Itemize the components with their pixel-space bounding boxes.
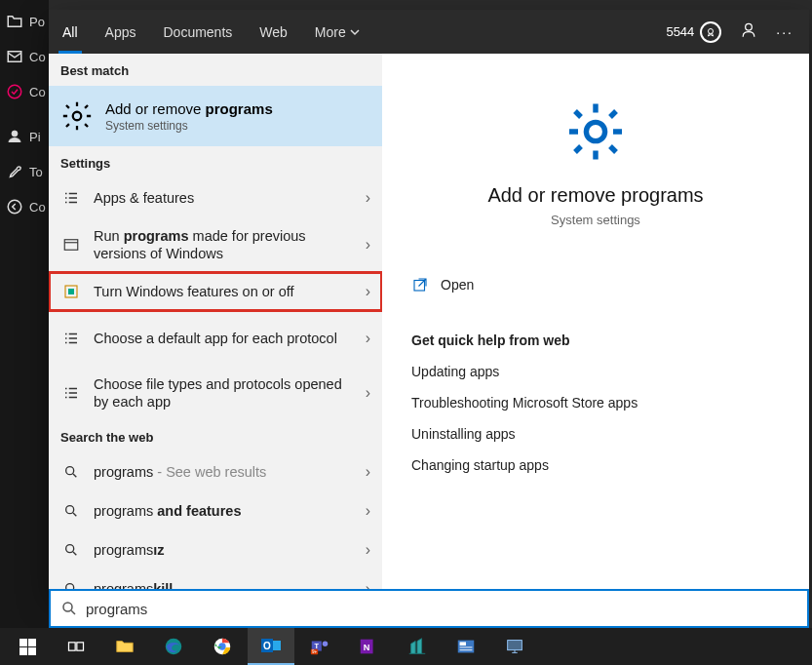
web-result[interactable]: programs - See web results ›: [49, 452, 382, 491]
rewards-badge[interactable]: 5544: [666, 21, 721, 43]
features-icon: [60, 283, 82, 300]
help-link[interactable]: Troubleshooting Microsoft Store apps: [411, 395, 780, 411]
gear-icon: [411, 97, 780, 167]
taskbar-app-news[interactable]: [443, 628, 489, 665]
svg-text:N: N: [364, 643, 370, 652]
settings-item-compatibility[interactable]: Run programs made for previous versions …: [49, 217, 382, 272]
strip-item[interactable]: Co: [0, 189, 49, 224]
strip-item[interactable]: Co: [0, 39, 49, 74]
chevron-right-icon: ›: [366, 463, 370, 481]
taskbar-edge[interactable]: [150, 628, 197, 665]
more-icon[interactable]: ···: [776, 24, 793, 40]
open-icon: [411, 276, 429, 293]
quick-help-title: Get quick help from web: [411, 332, 780, 348]
protocol-icon: [60, 384, 82, 402]
start-search-panel: All Apps Documents Web More 5544 ··· Bes…: [49, 10, 809, 595]
search-header: All Apps Documents Web More 5544 ···: [49, 10, 809, 54]
search-icon: [60, 503, 82, 519]
taskbar-outlook[interactable]: O: [248, 628, 294, 665]
chevron-right-icon: ›: [366, 330, 370, 347]
svg-point-10: [66, 467, 74, 475]
svg-rect-33: [460, 642, 466, 645]
svg-rect-17: [69, 643, 76, 650]
settings-item-windows-features[interactable]: Turn Windows features on or off ›: [49, 272, 382, 311]
svg-point-3: [8, 200, 21, 214]
detail-title: Add or remove programs: [411, 184, 780, 207]
svg-rect-24: [273, 641, 281, 650]
strip-item[interactable]: Co: [0, 74, 49, 109]
detail-subtitle: System settings: [411, 213, 780, 227]
section-search-web: Search the web: [49, 420, 382, 452]
tab-more[interactable]: More: [301, 10, 373, 54]
svg-rect-9: [68, 289, 74, 294]
svg-point-14: [586, 122, 604, 140]
chevron-right-icon: ›: [366, 236, 370, 254]
settings-item-file-types[interactable]: Choose file types and protocols opened b…: [49, 366, 382, 420]
list-icon: [60, 189, 82, 207]
search-box[interactable]: [49, 589, 809, 628]
svg-point-11: [66, 506, 74, 514]
svg-point-12: [66, 545, 74, 553]
taskbar-onenote[interactable]: N: [345, 628, 392, 665]
tab-documents[interactable]: Documents: [149, 10, 246, 54]
best-match-item[interactable]: Add or remove programs System settings: [49, 86, 382, 146]
svg-point-1: [8, 85, 21, 98]
strip-item[interactable]: To: [0, 154, 49, 189]
settings-item-default-protocol[interactable]: Choose a default app for each protocol ›: [49, 311, 382, 366]
svg-rect-7: [64, 240, 78, 251]
svg-point-5: [746, 23, 753, 30]
svg-point-6: [73, 112, 82, 121]
taskbar-app-display[interactable]: [491, 628, 538, 665]
svg-point-4: [709, 28, 714, 33]
results-column: Best match Add or remove programs System…: [49, 54, 382, 595]
svg-rect-34: [508, 641, 522, 650]
open-action[interactable]: Open: [411, 266, 780, 303]
svg-rect-18: [77, 643, 84, 650]
section-settings: Settings: [49, 146, 382, 178]
tab-web[interactable]: Web: [246, 10, 301, 54]
taskbar-app-building[interactable]: [394, 628, 441, 665]
detail-pane: Add or remove programs System settings O…: [382, 54, 809, 595]
search-icon: [60, 600, 78, 617]
search-input[interactable]: [86, 601, 797, 617]
strip-item[interactable]: Pi: [0, 119, 49, 154]
chevron-right-icon: ›: [366, 283, 370, 300]
svg-text:O: O: [263, 641, 271, 651]
taskbar-chrome[interactable]: [199, 628, 246, 665]
chevron-right-icon: ›: [366, 502, 370, 520]
best-match-subtitle: System settings: [105, 119, 273, 133]
app-left-strip: Po Co Co Pi To Co: [0, 0, 49, 628]
chevron-right-icon: ›: [366, 541, 370, 559]
tab-all[interactable]: All: [49, 10, 92, 54]
section-best-match: Best match: [49, 54, 382, 86]
gear-icon: [60, 99, 94, 133]
chevron-right-icon: ›: [366, 189, 370, 207]
medal-icon: [700, 21, 721, 43]
tab-apps[interactable]: Apps: [92, 10, 150, 54]
strip-item[interactable]: Po: [0, 4, 49, 39]
search-icon: [60, 464, 82, 480]
taskbar-teams[interactable]: T9+: [296, 628, 343, 665]
chevron-right-icon: ›: [366, 384, 370, 402]
window-icon: [60, 236, 82, 254]
settings-item-apps-features[interactable]: Apps & features ›: [49, 178, 382, 217]
best-match-title: Add or remove programs: [105, 100, 273, 117]
taskbar-explorer[interactable]: [101, 628, 148, 665]
filter-tabs: All Apps Documents Web More: [49, 10, 373, 54]
search-icon: [60, 542, 82, 558]
svg-point-27: [323, 642, 329, 647]
help-link[interactable]: Uninstalling apps: [411, 426, 780, 442]
protocol-icon: [60, 330, 82, 347]
web-result[interactable]: programs and features ›: [49, 491, 382, 530]
help-link[interactable]: Updating apps: [411, 364, 780, 379]
start-button[interactable]: [4, 628, 51, 665]
web-result[interactable]: programsız ›: [49, 530, 382, 569]
svg-text:9+: 9+: [312, 649, 318, 654]
svg-point-16: [63, 603, 72, 611]
help-link[interactable]: Changing startup apps: [411, 457, 780, 473]
account-icon[interactable]: [739, 20, 758, 43]
taskbar: O T9+ N: [0, 628, 812, 665]
task-view-button[interactable]: [53, 628, 99, 665]
svg-point-2: [12, 131, 18, 137]
